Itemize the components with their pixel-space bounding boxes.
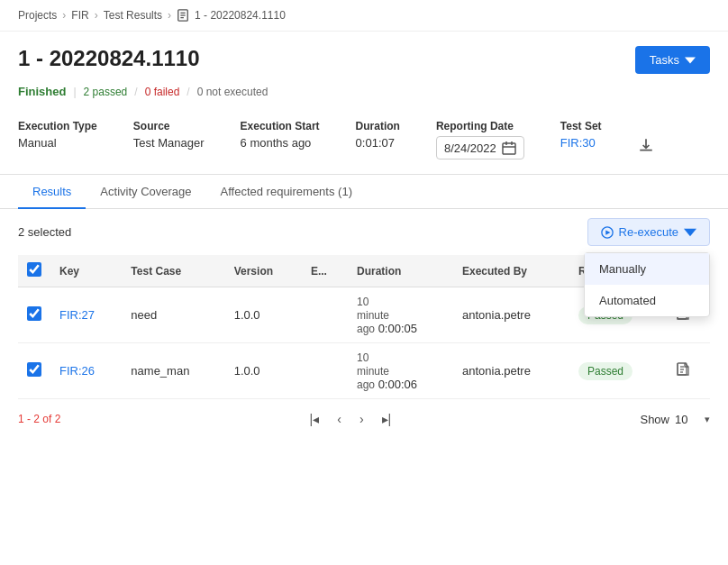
test-set-link[interactable]: FIR:30 [560,136,602,150]
duration-meta: Duration 0:01:07 [356,120,400,159]
breadcrumb-fir[interactable]: FIR [71,9,88,22]
tab-activity-coverage[interactable]: Activity Coverage [86,176,205,209]
row-test-case: need [122,287,224,343]
breadcrumb: Projects › FIR › Test Results › 1 - 2022… [0,0,728,32]
row-executed-by: antonia.petre [453,343,569,399]
duration-label: Duration [356,120,400,132]
page-header: 1 - 20220824.1110 Tasks [0,32,728,81]
pagination: 1 - 2 of 2 |◂ ‹ › ▸| Show 10 25 50 [0,399,728,439]
row-e [302,343,348,399]
tab-results[interactable]: Results [18,176,86,209]
execution-type-label: Execution Type [18,120,97,132]
row-checkbox-1[interactable] [27,362,41,377]
breadcrumb-test-results[interactable]: Test Results [104,9,162,22]
status-bar: Finished | 2 passed / 0 failed / 0 not e… [0,81,728,109]
execution-type-meta: Execution Type Manual [18,120,97,159]
table-row: FIR:26 name_man 1.0.0 10minuteago 0:00:0… [18,343,710,399]
header-test-case: Test Case [122,255,224,287]
row-duration: 10minuteago 0:00:06 [348,343,453,399]
calendar-icon [502,141,516,155]
test-set-meta: Test Set FIR:30 [560,120,602,159]
row-doc-icon[interactable] [667,343,710,399]
page-title: 1 - 20220824.1110 [18,46,200,71]
chevron-down-icon [685,55,696,66]
header-executed-by: Executed By [453,255,569,287]
test-results-icon [177,9,189,22]
tab-affected-requirements[interactable]: Affected requirements (1) [206,176,367,209]
chevron-down-icon [684,226,696,239]
play-icon [601,226,614,239]
row-checkbox-cell [18,343,50,399]
select-all-checkbox[interactable] [27,262,41,277]
dropdown-automated[interactable]: Automated [585,285,709,316]
row-test-case: name_man [122,343,224,399]
tabs: Results Activity Coverage Affected requi… [0,175,728,209]
last-page-button[interactable]: ▸| [375,408,399,430]
show-label: Show [640,413,669,426]
row-result: Passed [569,343,667,399]
re-execute-button[interactable]: Re-execute [587,218,710,246]
meta-section: Execution Type Manual Source Test Manage… [0,109,728,175]
per-page-select[interactable]: 10 25 50 [675,413,703,426]
page-range: 1 - 2 of 2 [18,413,60,425]
first-page-button[interactable]: |◂ [303,408,327,430]
next-page-button[interactable]: › [352,408,371,430]
header-version: Version [225,255,302,287]
row-duration: 10minuteago 0:00:05 [348,287,453,343]
row-checkbox-cell [18,287,50,343]
reporting-date-label: Reporting Date [436,120,524,132]
not-executed-count: 0 not executed [197,86,268,98]
row-executed-by: antonia.petre [453,287,569,343]
row-e [302,287,348,343]
prev-page-button[interactable]: ‹ [330,408,349,430]
table-toolbar: 2 selected Re-execute Manually Automated [0,209,728,255]
dropdown-manually[interactable]: Manually [585,253,709,285]
header-duration: Duration [348,255,453,287]
duration-value: 0:01:07 [356,136,400,150]
download-icon[interactable] [638,137,654,156]
svg-rect-4 [503,143,515,154]
test-set-label: Test Set [560,120,602,132]
execution-start-meta: Execution Start 6 months ago [241,120,320,159]
row-version: 1.0.0 [225,343,302,399]
reporting-date-value: 8/24/2022 [444,141,496,155]
passed-count: 2 passed [84,86,128,98]
breadcrumb-projects[interactable]: Projects [18,9,57,22]
tasks-button[interactable]: Tasks [635,46,710,74]
status-finished: Finished [18,85,66,98]
header-e: E... [302,255,348,287]
failed-count: 0 failed [145,86,180,98]
reexecute-dropdown: Manually Automated [584,252,710,317]
row-key: FIR:26 [50,343,122,399]
source-meta: Source Test Manager [133,120,205,159]
selected-count: 2 selected [18,225,71,239]
execution-start-value: 6 months ago [241,136,320,150]
execution-start-label: Execution Start [241,120,320,132]
page-controls: |◂ ‹ › ▸| [303,408,399,430]
row-key: FIR:27 [50,287,122,343]
header-key: Key [50,255,122,287]
reporting-date-meta: Reporting Date 8/24/2022 [436,120,524,159]
row-version: 1.0.0 [225,287,302,343]
source-label: Source [133,120,205,132]
reporting-date-field[interactable]: 8/24/2022 [436,136,524,159]
row-checkbox-0[interactable] [27,306,41,321]
svg-marker-9 [605,230,610,234]
show-control: Show 10 25 50 [640,413,710,426]
breadcrumb-current: 1 - 20220824.1110 [195,9,286,22]
per-page-select-wrap: 10 25 50 [675,413,710,426]
header-checkbox-cell [18,255,50,287]
source-value: Test Manager [133,136,205,150]
execution-type-value: Manual [18,136,97,150]
